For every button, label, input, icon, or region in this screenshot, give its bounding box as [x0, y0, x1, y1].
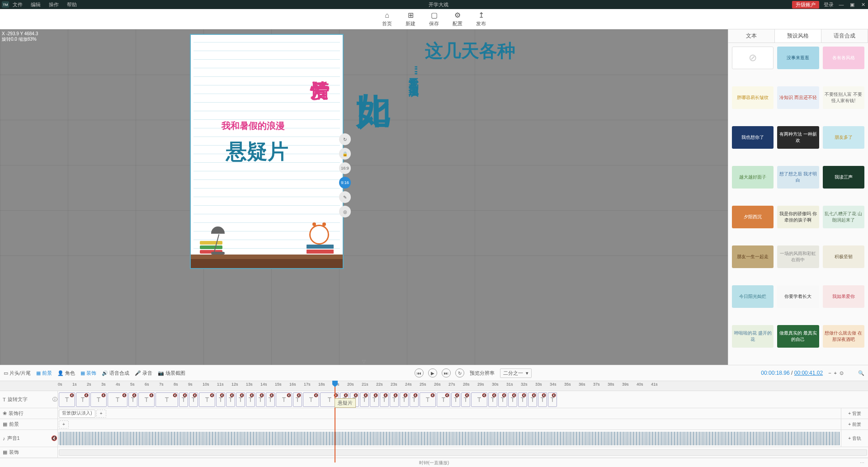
text-clip[interactable]: T🔇 [108, 392, 127, 407]
rotate-tool-icon[interactable]: ↻ [339, 133, 351, 145]
ratio-16-9-button[interactable]: 16:9 [339, 162, 351, 174]
tab-preset[interactable]: 预设风格 [775, 29, 821, 42]
tab-record[interactable]: 🎤 录音 [135, 370, 152, 377]
preset-item[interactable]: 一场的风雨和彩虹 在雨中 [777, 245, 819, 268]
preset-item[interactable]: 夕阳西沉 [732, 206, 774, 228]
preset-item[interactable]: 冷知识 而且还不轻 [777, 86, 819, 109]
text-clip[interactable]: T🔇 [437, 392, 450, 407]
preset-item[interactable]: 胖哪容易长皱纹 [732, 86, 774, 109]
text-clip[interactable]: T🔇 [236, 392, 245, 407]
text-clip[interactable]: T🔇 [488, 392, 497, 407]
canvas[interactable]: X -293.9 Y 4684.3 旋转0.0 缩放83% 爱情片 比如 "开学… [0, 29, 728, 365]
login-button[interactable]: 登录 [824, 1, 834, 8]
text-clip[interactable]: T🔇 [390, 392, 399, 407]
menu-help[interactable]: 帮助 [67, 1, 77, 8]
publish-button[interactable]: ↥发布 [476, 11, 486, 27]
text-clip[interactable]: T🔇 [199, 392, 215, 407]
new-button[interactable]: ⊞新建 [406, 11, 415, 27]
tab-foreground[interactable]: ▦ 前景 [36, 370, 52, 377]
text-clip[interactable]: T🔇 [528, 392, 537, 407]
loop-button[interactable]: ↻ [455, 368, 464, 377]
text-clip[interactable]: T🔇 [138, 392, 155, 407]
add-fg-track-button[interactable]: + 前景 [841, 419, 868, 429]
prev-button[interactable]: ⏮ [415, 368, 424, 377]
text-clip[interactable]: T🔇 [410, 392, 419, 407]
lock-tool-icon[interactable]: 🔒 [339, 148, 351, 160]
maximize-icon[interactable]: ▣ [849, 1, 855, 8]
preset-item[interactable]: 我如果爱你 [823, 285, 864, 308]
zoom-in-icon[interactable]: + [834, 370, 837, 376]
preset-item[interactable]: 越大越好面子 [732, 166, 774, 189]
text-clip[interactable]: T🔇 [226, 392, 235, 407]
text-clip[interactable]: T🔇 [508, 392, 517, 407]
text-clip[interactable]: T🔇 [380, 392, 389, 407]
text-clip[interactable]: T🔇 [471, 392, 487, 407]
text-clip[interactable]: T🔇 [128, 392, 137, 407]
resolution-select[interactable]: 二分之一 ▾ [500, 368, 532, 378]
tab-screenshot[interactable]: 📷 场景截图 [158, 370, 185, 377]
minimize-icon[interactable]: — [838, 1, 844, 8]
text-clip[interactable]: T🔇 [420, 392, 436, 407]
canvas-text-suspense[interactable]: 悬疑片 [226, 138, 288, 166]
zoom-fit-icon[interactable]: ⊙ [840, 370, 844, 376]
mute-icon[interactable]: 🔇 [51, 435, 57, 441]
chevron-down-icon[interactable]: ▽ [362, 359, 366, 364]
text-clip[interactable]: T🔇 [451, 392, 460, 407]
config-button[interactable]: ⚙配置 [453, 11, 462, 27]
settings-tool-icon[interactable]: ◎ [339, 206, 351, 217]
add-clip-button[interactable]: + [96, 410, 106, 418]
text-clip[interactable]: T🔇 [518, 392, 527, 407]
preset-item[interactable]: 我也想你了 [732, 126, 774, 149]
preset-item[interactable]: 你要学着长大 [777, 285, 819, 308]
canvas-text-jitian[interactable]: 这几天各种 [425, 38, 515, 63]
ruler[interactable]: 0s1s2s3s4s5s6s7s8s9s10s11s12s13s14s15s16… [0, 381, 868, 391]
text-clip[interactable]: T🔇 [293, 392, 302, 407]
text-clip[interactable]: T🔇 [400, 392, 409, 407]
close-icon[interactable]: ✕ [860, 1, 866, 8]
text-clip[interactable]: T🔇 [90, 392, 107, 407]
preset-item[interactable]: 我读三声 [823, 166, 864, 189]
text-clip[interactable]: T🔇 [179, 392, 188, 407]
save-button[interactable]: ▢保存 [429, 11, 439, 27]
add-sound-track-button[interactable]: + 音轨 [841, 430, 868, 447]
preset-item[interactable]: 乱七八糟开了花 山朗润起来了 [823, 206, 864, 228]
text-clip[interactable]: T🔇 [548, 392, 557, 407]
tab-voice[interactable]: 语音合成 [821, 29, 868, 42]
more-icon[interactable]: ⋯ [860, 460, 864, 465]
menu-operate[interactable]: 操作 [49, 1, 59, 8]
text-clip[interactable]: T🔇 [303, 392, 319, 407]
preset-item[interactable]: 做最真实的 最真实的自己 [777, 325, 819, 348]
next-button[interactable]: ⏭ [442, 368, 451, 377]
text-clip[interactable]: T🔇 [370, 392, 379, 407]
text-clip[interactable]: T🔇 [266, 392, 275, 407]
text-clip[interactable]: T🔇 [498, 392, 507, 407]
tab-voice-synth[interactable]: 🔊 语音合成 [102, 370, 129, 377]
text-clip[interactable]: T🔇 [189, 392, 198, 407]
info-icon[interactable]: ⓘ [52, 396, 57, 403]
preset-item[interactable]: 今日阳光灿烂 [732, 285, 774, 308]
preset-item[interactable]: 没事来逛逛 [777, 47, 819, 69]
zoom-out-icon[interactable]: − [828, 370, 831, 376]
preset-item[interactable]: 想了想之后 我才明白 [777, 166, 819, 189]
preset-item[interactable]: 不要怪别人富 不要怪人家有钱! [823, 86, 864, 109]
preset-item[interactable]: 我是你的骄傲吗 你牵挂的孩子啊 [777, 206, 819, 228]
play-button[interactable]: ▶ [428, 368, 437, 377]
text-clip[interactable]: T🔇 [360, 392, 369, 407]
text-clip[interactable]: T🔇 [216, 392, 225, 407]
preset-item[interactable]: 朋友一生一起走 [732, 245, 774, 268]
preset-item[interactable]: 有两种方法 一种新欢 [777, 126, 819, 149]
deco-track-clip[interactable] [59, 449, 867, 456]
text-clip[interactable]: T🔇 [59, 392, 75, 407]
tab-decoration[interactable]: ▦ 装饰 [80, 370, 96, 377]
text-clip[interactable]: T🔇 [461, 392, 470, 407]
preset-item[interactable]: 朋友多了 [823, 126, 864, 149]
menu-file[interactable]: 文件 [13, 1, 23, 8]
canvas-text-shangyan[interactable]: "开学大戏" 也如期上演 [407, 66, 420, 78]
edit-tool-icon[interactable]: ✎ [339, 191, 351, 203]
preset-item[interactable]: ⊘ [732, 47, 774, 69]
bg-clip[interactable]: 背景(默认淡入) [59, 410, 95, 418]
canvas-text-romance[interactable]: 我和暑假的浪漫 [222, 120, 285, 132]
text-clip[interactable]: T🔇 [276, 392, 292, 407]
preset-item[interactable]: 各有各风格 [823, 47, 864, 69]
text-clip[interactable]: T🔇 [156, 392, 178, 407]
